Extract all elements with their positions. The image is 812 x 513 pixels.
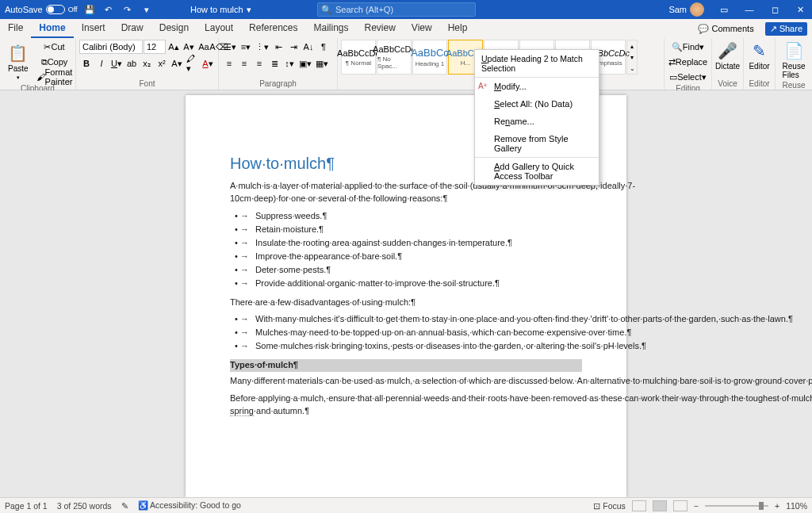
dictate-button[interactable]: 🎤Dictate xyxy=(715,40,740,72)
ribbon-display-icon[interactable]: ▭ xyxy=(712,0,736,19)
doc-paragraph[interactable]: Many·different·materials·can·be·used·as·… xyxy=(230,375,582,388)
search-input[interactable]: 🔍 Search (Alt+Q) xyxy=(317,2,476,17)
tab-mailings[interactable]: Mailings xyxy=(305,19,356,38)
view-web-layout-icon[interactable] xyxy=(673,500,688,511)
status-accessibility[interactable]: ♿ Accessibility: Good to go xyxy=(138,500,241,511)
styles-more[interactable]: ▴▾⌄ xyxy=(626,40,638,75)
doc-list2[interactable]: With·many·mulches·it's·difficult·to·get·… xyxy=(244,313,582,353)
tab-draw[interactable]: Draw xyxy=(113,19,151,38)
autosave-toggle[interactable]: AutoSave Off xyxy=(5,5,78,14)
comments-button[interactable]: 💬 Comments xyxy=(693,22,758,36)
change-case-icon[interactable]: Aa xyxy=(197,40,211,54)
close-icon[interactable]: ✕ xyxy=(788,0,812,19)
zoom-in-button[interactable]: + xyxy=(775,501,779,511)
list-item[interactable]: Mulches·may·need·to·be·topped·up·on·an·a… xyxy=(244,327,582,339)
zoom-level[interactable]: 110% xyxy=(786,501,807,511)
view-read-mode-icon[interactable] xyxy=(632,500,646,511)
align-center-icon[interactable]: ≡ xyxy=(237,56,251,71)
numbering-icon[interactable]: ≡▾ xyxy=(239,40,253,54)
text-effects-icon[interactable]: A▾ xyxy=(170,56,184,71)
strikethrough-button[interactable]: ab xyxy=(124,56,139,71)
view-print-layout-icon[interactable] xyxy=(653,500,667,511)
tab-help[interactable]: Help xyxy=(440,19,476,38)
grow-font-icon[interactable]: A▴ xyxy=(167,40,181,54)
list-item[interactable]: Improve·the·appearance·of·bare·soil.¶ xyxy=(244,251,582,263)
ctx-modify[interactable]: Modify... xyxy=(475,78,599,95)
sort-icon[interactable]: A↓ xyxy=(301,40,316,54)
ctx-update-to-match[interactable]: Update Heading 2 to Match Selection xyxy=(475,50,599,78)
zoom-slider[interactable] xyxy=(705,505,768,507)
ctx-remove-from-gallery[interactable]: Remove from Style Gallery xyxy=(475,130,599,157)
share-button[interactable]: ↗ Share xyxy=(765,22,807,36)
align-left-icon[interactable]: ≡ xyxy=(222,56,236,71)
tab-review[interactable]: Review xyxy=(357,19,404,38)
document-title[interactable]: How to mulch▾ xyxy=(190,5,251,15)
tab-file[interactable]: File xyxy=(0,19,31,38)
tab-references[interactable]: References xyxy=(241,19,305,38)
document-area[interactable]: How·to·mulch¶ A·mulch·is·a·layer·of·mate… xyxy=(0,90,812,497)
save-icon[interactable]: 💾 xyxy=(82,2,97,17)
style-no-spacing[interactable]: AaBbCcDc¶ No Spac... xyxy=(377,40,412,75)
font-name-input[interactable] xyxy=(79,40,143,54)
find-button[interactable]: 🔍 Find ▾ xyxy=(668,40,708,54)
shrink-font-icon[interactable]: A▾ xyxy=(182,40,196,54)
list-item[interactable]: Some·mulches·risk·bringing·toxins,·pests… xyxy=(244,340,582,353)
font-size-input[interactable] xyxy=(144,40,166,54)
doc-paragraph[interactable]: Before·applying·a·mulch,·ensure·that·all… xyxy=(230,392,582,418)
zoom-out-button[interactable]: − xyxy=(694,501,699,511)
style-heading1[interactable]: AaBbCcHeading 1 xyxy=(412,40,447,75)
increase-indent-icon[interactable]: ⇥ xyxy=(286,40,301,54)
underline-button[interactable]: U▾ xyxy=(109,56,124,71)
list-item[interactable]: Retain·moisture.¶ xyxy=(244,224,582,236)
shading-icon[interactable]: ▣▾ xyxy=(297,56,313,71)
reuse-files-button[interactable]: 📄Reuse Files xyxy=(779,40,809,81)
list-item[interactable]: With·many·mulches·it's·difficult·to·get·… xyxy=(244,313,582,326)
ctx-rename[interactable]: Rename... xyxy=(475,113,599,130)
bullets-icon[interactable]: ☰▾ xyxy=(222,40,238,54)
style-normal[interactable]: AaBbCcDc¶ Normal xyxy=(341,40,376,75)
maximize-icon[interactable]: ◻ xyxy=(763,0,787,19)
ctx-select-all[interactable]: Select All: (No Data) xyxy=(475,95,599,113)
cut-button[interactable]: ✂ Cut xyxy=(35,40,75,54)
justify-icon[interactable]: ≣ xyxy=(267,56,282,71)
status-proofing-icon[interactable]: ✎ xyxy=(121,501,128,511)
focus-mode-button[interactable]: ⊡ Focus xyxy=(593,501,626,511)
tab-layout[interactable]: Layout xyxy=(197,19,241,38)
doc-heading2-selected[interactable]: Types·of·mulch¶ xyxy=(230,359,582,372)
tab-insert[interactable]: Insert xyxy=(74,19,113,38)
show-marks-icon[interactable]: ¶ xyxy=(316,40,331,54)
doc-list1[interactable]: Suppress·weeds.¶ Retain·moisture.¶ Insul… xyxy=(244,210,582,290)
italic-button[interactable]: I xyxy=(94,56,109,71)
tab-home[interactable]: Home xyxy=(31,19,73,38)
decrease-indent-icon[interactable]: ⇤ xyxy=(271,40,285,54)
undo-icon[interactable]: ↶ xyxy=(102,2,116,17)
format-painter-button[interactable]: 🖌 Format Painter xyxy=(35,70,75,84)
superscript-button[interactable]: x² xyxy=(155,56,169,71)
status-page[interactable]: Page 1 of 1 xyxy=(5,501,48,511)
line-spacing-icon[interactable]: ↕▾ xyxy=(282,56,297,71)
bold-button[interactable]: B xyxy=(79,56,94,71)
list-item[interactable]: Provide·additional·organic·matter·to·imp… xyxy=(244,278,582,290)
highlight-icon[interactable]: 🖍▾ xyxy=(185,56,200,71)
borders-icon[interactable]: ▦▾ xyxy=(314,56,330,71)
tab-design[interactable]: Design xyxy=(151,19,197,38)
list-item[interactable]: Deter·some·pests.¶ xyxy=(244,264,582,277)
list-item[interactable]: Insulate·the·rooting·area·against·sudden… xyxy=(244,237,582,250)
select-button[interactable]: ▭ Select ▾ xyxy=(668,70,708,84)
editor-button[interactable]: ✎Editor xyxy=(747,40,772,72)
ctx-add-to-qat[interactable]: Add Gallery to Quick Access Toolbar xyxy=(475,157,599,185)
list-item[interactable]: Suppress·weeds.¶ xyxy=(244,210,582,223)
user-account[interactable]: Sam xyxy=(668,2,704,17)
qat-customize-icon[interactable]: ▾ xyxy=(140,2,154,17)
align-right-icon[interactable]: ≡ xyxy=(252,56,266,71)
multilevel-list-icon[interactable]: ⋮▾ xyxy=(254,40,270,54)
paste-button[interactable]: 📋Paste▾ xyxy=(3,40,33,84)
replace-button[interactable]: ⇄ Replace xyxy=(668,55,708,69)
redo-icon[interactable]: ↷ xyxy=(121,2,135,17)
doc-paragraph[interactable]: There·are·a·few·disadvantages·of·using·m… xyxy=(230,297,582,309)
status-word-count[interactable]: 3 of 250 words xyxy=(57,501,112,511)
tab-view[interactable]: View xyxy=(404,19,440,38)
minimize-icon[interactable]: — xyxy=(737,0,761,19)
subscript-button[interactable]: x₂ xyxy=(140,56,154,71)
font-color-icon[interactable]: A▾ xyxy=(201,56,215,71)
